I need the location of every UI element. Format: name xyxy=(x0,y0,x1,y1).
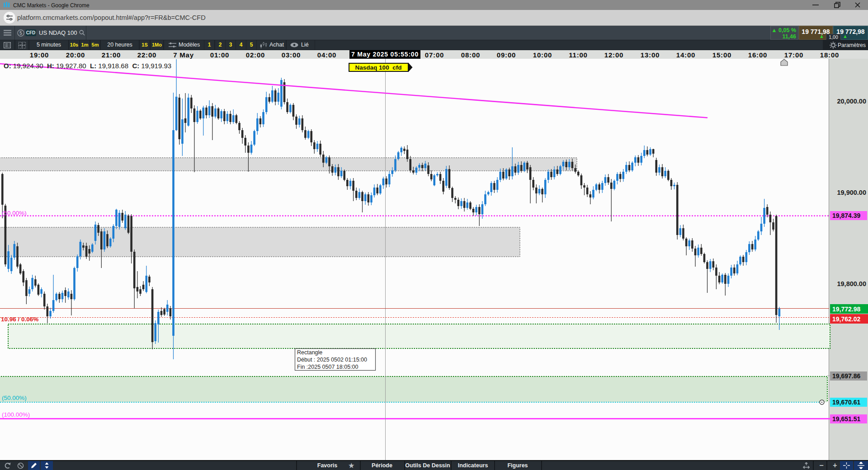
svg-text:10.96 / 0.06%: 10.96 / 0.06% xyxy=(1,316,38,323)
svg-text:19,772.98: 19,772.98 xyxy=(832,306,860,313)
svg-text:19,900.00: 19,900.00 xyxy=(837,189,866,196)
svg-text:Début : 2025 0502 01:15:00: Début : 2025 0502 01:15:00 xyxy=(297,357,367,363)
svg-text:Nasdaq 100 cfd: Nasdaq 100 cfd xyxy=(355,64,402,71)
svg-text:Fin :2025 0507 18:05:00: Fin :2025 0507 18:05:00 xyxy=(297,364,359,370)
svg-text:19,874.39: 19,874.39 xyxy=(832,212,860,219)
svg-text:19,670.61: 19,670.61 xyxy=(832,399,860,406)
svg-text:Rectangle: Rectangle xyxy=(297,349,322,356)
svg-text:5: 5 xyxy=(19,31,22,36)
svg-text:19,651.51: 19,651.51 xyxy=(832,415,860,423)
svg-text:(50.00%): (50.00%) xyxy=(2,395,27,401)
svg-text:19,800.00: 19,800.00 xyxy=(837,280,866,287)
svg-text:19,762.02: 19,762.02 xyxy=(832,315,860,323)
svg-text:20,000.00: 20,000.00 xyxy=(837,98,866,105)
svg-text:(100.00%): (100.00%) xyxy=(2,411,30,418)
svg-text:O: 19,924.30 H: 19,927.80 L:: O: 19,924.30 H: 19,927.80 L: 19,918.68 C… xyxy=(4,62,171,70)
svg-text:(50.00%): (50.00%) xyxy=(2,210,27,216)
svg-text:19,697.86: 19,697.86 xyxy=(832,372,860,380)
